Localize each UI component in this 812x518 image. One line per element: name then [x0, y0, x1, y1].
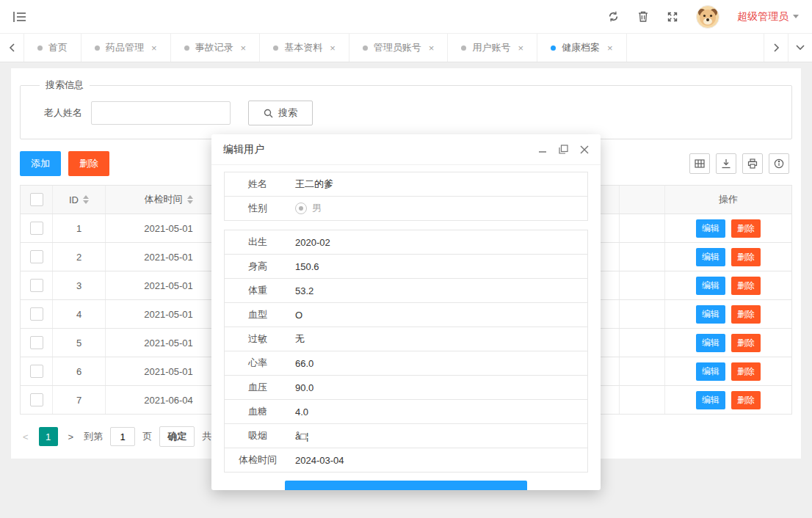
row-delete-button[interactable]: 删除 [731, 277, 761, 295]
select-all-checkbox[interactable] [30, 193, 43, 206]
row-edit-button[interactable]: 编辑 [696, 305, 725, 324]
cell-id: 6 [53, 357, 106, 385]
refresh-icon[interactable] [607, 10, 620, 23]
search-button[interactable]: 搜索 [248, 101, 313, 125]
form-row-blood-type: 血型 O [224, 302, 588, 327]
weight-input[interactable]: 53.2 [291, 285, 313, 296]
export-icon[interactable] [716, 153, 736, 174]
tab-label: 药品管理 [106, 41, 144, 54]
minimize-icon[interactable] [538, 145, 547, 154]
pagination-confirm-button[interactable]: 确定 [159, 426, 195, 447]
row-delete-button[interactable]: 删除 [731, 334, 761, 352]
cell-id: 2 [53, 243, 106, 271]
maximize-icon[interactable] [559, 145, 568, 154]
add-button[interactable]: 添加 [20, 151, 61, 176]
fullscreen-icon[interactable] [667, 11, 678, 23]
tab-basic-info[interactable]: 基本资料 × [260, 34, 349, 62]
row-checkbox[interactable] [30, 307, 43, 321]
tab-home[interactable]: 首页 [24, 34, 81, 62]
field-label: 吸烟 [225, 429, 291, 442]
pagination-page-1[interactable]: 1 [39, 427, 58, 446]
row-checkbox[interactable] [30, 336, 43, 349]
row-edit-button[interactable]: 编辑 [696, 391, 725, 409]
row-edit-button[interactable]: 编辑 [696, 277, 725, 295]
elder-name-input[interactable] [91, 101, 231, 125]
user-avatar[interactable] [696, 5, 719, 29]
filter-columns-icon[interactable] [689, 153, 710, 174]
tab-close-icon[interactable]: × [429, 43, 435, 53]
tab-health-records[interactable]: 健康档案 × [537, 34, 627, 62]
form-row-weight: 体重 53.2 [224, 278, 588, 303]
heart-rate-input[interactable]: 66.0 [291, 358, 313, 369]
field-label: 身高 [225, 260, 291, 273]
blood-type-input[interactable]: O [291, 310, 302, 321]
row-delete-button[interactable]: 删除 [731, 219, 761, 238]
blood-sugar-input[interactable]: 4.0 [291, 406, 308, 417]
pagination-prev-button[interactable]: < [20, 431, 32, 442]
row-edit-button[interactable]: 编辑 [696, 248, 725, 266]
row-checkbox[interactable] [30, 250, 43, 263]
row-checkbox[interactable] [30, 365, 43, 378]
search-icon [264, 109, 273, 118]
row-delete-button[interactable]: 删除 [731, 391, 761, 409]
field-label: 体检时间 [225, 453, 291, 467]
row-delete-button[interactable]: 删除 [731, 362, 761, 381]
modal-submit-button[interactable] [285, 481, 527, 490]
column-header-id[interactable]: ID [53, 186, 106, 214]
smoking-input[interactable]: å□¦ [291, 431, 308, 442]
blood-pressure-input[interactable]: 90.0 [291, 382, 313, 393]
form-row-checkup-time: 体检时间 2024-03-04 [224, 448, 588, 473]
tab-status-dot [37, 45, 43, 51]
search-button-label: 搜索 [278, 106, 297, 120]
name-input[interactable]: 王二的爹 [291, 178, 333, 191]
form-row-blood-sugar: 血糖 4.0 [224, 399, 588, 424]
tab-accident-records[interactable]: 事故记录 × [171, 34, 261, 62]
tabs-scroll-left-icon[interactable] [0, 34, 24, 62]
height-input[interactable]: 150.6 [291, 261, 319, 272]
form-row-smoking: 吸烟 å□¦ [224, 423, 588, 448]
row-edit-button[interactable]: 编辑 [696, 219, 725, 238]
print-icon[interactable] [742, 153, 763, 174]
tabs-menu-icon[interactable] [788, 34, 812, 62]
gender-male-radio[interactable] [295, 203, 307, 214]
birth-input[interactable]: 2020-02 [291, 237, 330, 248]
search-legend: 搜索信息 [40, 79, 90, 92]
row-checkbox[interactable] [30, 393, 43, 406]
row-edit-button[interactable]: 编辑 [696, 362, 725, 381]
pagination-next-button[interactable]: > [65, 431, 77, 442]
trash-icon[interactable] [637, 10, 649, 23]
tab-close-icon[interactable]: × [241, 43, 247, 53]
modal-title: 编辑用户 [223, 143, 264, 156]
tab-drug-management[interactable]: 药品管理 × [81, 34, 171, 62]
info-icon[interactable] [769, 153, 789, 174]
cell-id: 3 [53, 271, 106, 299]
close-icon[interactable] [580, 145, 589, 154]
sidebar-collapse-icon[interactable] [13, 11, 26, 23]
pagination-jump-input[interactable] [110, 427, 135, 446]
delete-button[interactable]: 删除 [68, 151, 109, 176]
tab-close-icon[interactable]: × [607, 43, 613, 53]
allergy-input[interactable]: 无 [291, 332, 305, 346]
tab-label: 首页 [48, 41, 68, 54]
field-label: 体重 [225, 284, 291, 297]
field-label: 血糖 [225, 405, 291, 418]
tab-close-icon[interactable]: × [330, 43, 336, 53]
tab-close-icon[interactable]: × [518, 43, 523, 53]
tabs-scroll-right-icon[interactable] [764, 34, 788, 62]
row-delete-button[interactable]: 删除 [731, 248, 761, 266]
tab-user-accounts[interactable]: 用户账号 × [448, 34, 537, 62]
tab-admin-accounts[interactable]: 管理员账号 × [349, 34, 449, 62]
row-checkbox[interactable] [30, 279, 43, 292]
user-role-dropdown[interactable]: 超级管理员 [737, 10, 799, 23]
row-checkbox[interactable] [30, 222, 43, 235]
checkup-time-input[interactable]: 2024-03-04 [291, 455, 344, 466]
sort-icon[interactable] [83, 195, 89, 204]
form-row-height: 身高 150.6 [224, 254, 588, 279]
tab-close-icon[interactable]: × [151, 43, 157, 53]
sort-icon[interactable] [187, 195, 193, 204]
pagination-jump-suffix: 页 [142, 430, 152, 443]
modal-title-bar[interactable]: 编辑用户 [211, 134, 601, 165]
row-delete-button[interactable]: 删除 [731, 305, 761, 324]
row-edit-button[interactable]: 编辑 [696, 334, 725, 352]
elder-name-label: 老人姓名 [44, 106, 82, 120]
